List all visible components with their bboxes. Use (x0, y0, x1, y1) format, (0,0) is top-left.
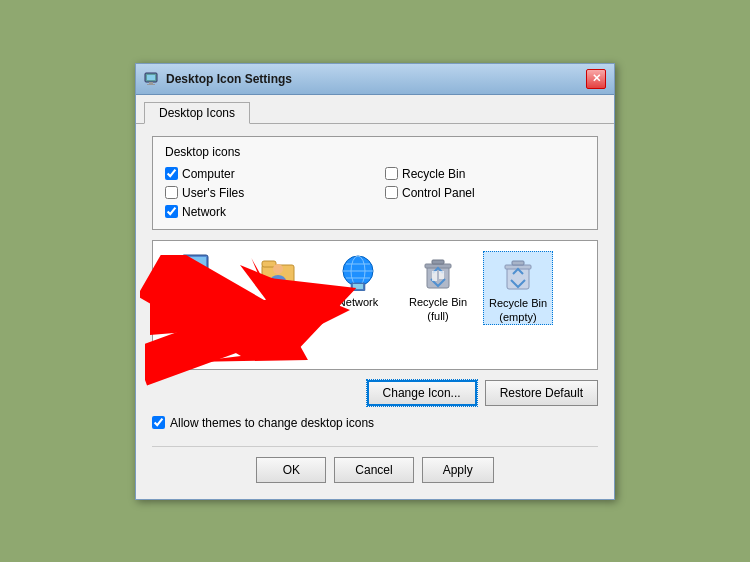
svg-rect-9 (188, 279, 202, 281)
checkboxes-grid: Computer Recycle Bin User's Files Contro… (165, 167, 585, 219)
svg-rect-4 (149, 82, 153, 84)
checkbox-label-computer: Computer (182, 167, 235, 181)
svg-rect-24 (432, 260, 444, 264)
checkbox-item-controlpanel[interactable]: Control Panel (385, 186, 585, 200)
allow-themes-checkbox[interactable] (152, 416, 165, 429)
icon-label-computer: Computer (174, 295, 222, 309)
close-button[interactable]: ✕ (586, 69, 606, 89)
icon-buttons-row: Change Icon... Restore Default (152, 380, 598, 406)
svg-point-13 (273, 264, 283, 274)
icon-preview-area: Computer Jane Smith (152, 240, 598, 370)
icon-item-computer[interactable]: Computer (163, 251, 233, 309)
svg-rect-26 (439, 271, 444, 279)
checkbox-item-computer[interactable]: Computer (165, 167, 365, 181)
allow-themes-label[interactable]: Allow themes to change desktop icons (152, 416, 598, 430)
change-icon-button[interactable]: Change Icon... (367, 380, 477, 406)
icon-label-janesmith: Jane Smith (250, 295, 305, 309)
tab-area: Desktop Icons (136, 95, 614, 123)
svg-rect-21 (353, 284, 363, 289)
svg-rect-25 (432, 271, 437, 281)
icon-label-network: Network (338, 295, 378, 309)
allow-themes-text: Allow themes to change desktop icons (170, 416, 374, 430)
apply-button[interactable]: Apply (422, 457, 494, 483)
bottom-buttons: OK Cancel Apply (152, 446, 598, 487)
title-bar-left: Desktop Icon Settings (144, 71, 292, 87)
svg-point-14 (270, 275, 286, 287)
network-icon (338, 251, 378, 291)
cancel-button[interactable]: Cancel (334, 457, 413, 483)
icon-label-recyclebinempty: Recycle Bin(empty) (489, 296, 547, 325)
svg-rect-10 (183, 256, 207, 274)
svg-rect-5 (147, 84, 155, 85)
checkbox-usersfiles[interactable] (165, 186, 178, 199)
recyclebinempty-icon (498, 252, 538, 292)
recyclebinfull-icon (418, 251, 458, 291)
desktop-icon-settings-dialog: Desktop Icon Settings ✕ Desktop Icons De… (135, 63, 615, 500)
checkbox-recyclebin[interactable] (385, 167, 398, 180)
dialog-icon (144, 71, 160, 87)
icon-label-recyclebinfull: Recycle Bin(full) (409, 295, 467, 324)
icon-item-network[interactable]: Network (323, 251, 393, 309)
checkbox-network[interactable] (165, 205, 178, 218)
icon-item-janesmith[interactable]: Jane Smith (243, 251, 313, 309)
checkbox-label-usersfiles: User's Files (182, 186, 244, 200)
title-bar: Desktop Icon Settings ✕ (136, 64, 614, 95)
svg-rect-8 (192, 275, 198, 279)
svg-rect-12 (262, 261, 276, 267)
checkbox-item-usersfiles[interactable]: User's Files (165, 186, 365, 200)
tab-desktop-icons[interactable]: Desktop Icons (144, 102, 250, 124)
icon-item-recyclebinfull[interactable]: Recycle Bin(full) (403, 251, 473, 324)
svg-rect-29 (512, 261, 524, 265)
dialog-title: Desktop Icon Settings (166, 72, 292, 86)
checkbox-item-recyclebin[interactable]: Recycle Bin (385, 167, 585, 181)
svg-rect-3 (147, 75, 155, 80)
checkbox-item-network[interactable]: Network (165, 205, 365, 219)
checkbox-computer[interactable] (165, 167, 178, 180)
checkbox-label-controlpanel: Control Panel (402, 186, 475, 200)
group-label: Desktop icons (165, 145, 585, 159)
desktop-icons-group: Desktop icons Computer Recycle Bin User'… (152, 136, 598, 230)
dialog-body: Desktop icons Computer Recycle Bin User'… (136, 123, 614, 499)
computer-icon (178, 251, 218, 291)
janesmith-icon (258, 251, 298, 291)
icon-item-recyclebinempty[interactable]: Recycle Bin(empty) (483, 251, 553, 326)
checkbox-controlpanel[interactable] (385, 186, 398, 199)
ok-button[interactable]: OK (256, 457, 326, 483)
checkbox-label-network: Network (182, 205, 226, 219)
restore-default-button[interactable]: Restore Default (485, 380, 598, 406)
checkbox-label-recyclebin: Recycle Bin (402, 167, 465, 181)
